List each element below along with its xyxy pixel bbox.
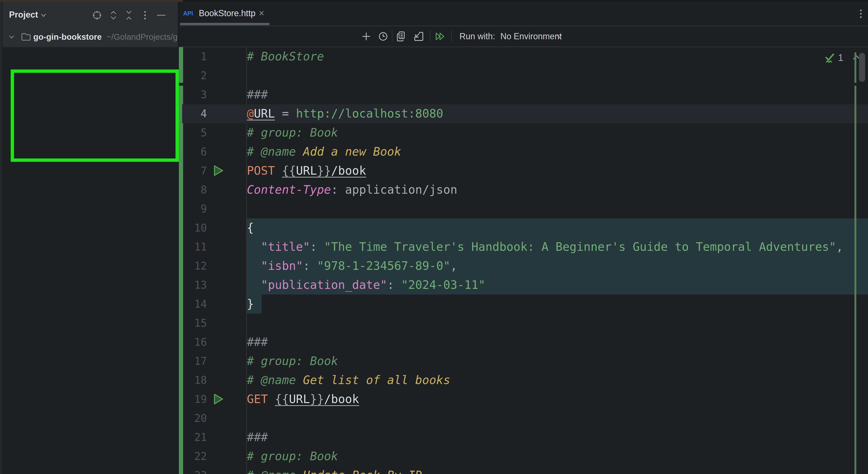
code-text: ### — [247, 333, 268, 352]
inspection-count: 1 — [838, 52, 843, 63]
chevron-down-icon[interactable] — [556, 34, 563, 39]
code-line-1[interactable]: 1# BookStore — [0, 47, 868, 66]
code-text: "publication_date": "2024-03-11" — [247, 275, 485, 295]
code-text: # @name Add a new Book — [247, 142, 401, 161]
code-line-17[interactable]: 17# group: Book — [0, 352, 868, 371]
code-text: "isbn": "978-1-234567-89-0", — [247, 257, 457, 275]
toolbar-separator — [430, 30, 430, 42]
code-line-19[interactable]: 19GET {{URL}}/book — [0, 390, 868, 409]
code-line-7[interactable]: 7POST {{URL}}/book — [0, 161, 868, 180]
code-line-16[interactable]: 16### — [0, 333, 868, 352]
active-tab-underline — [180, 23, 270, 25]
error-stripe-change-mark — [855, 52, 856, 83]
import-icon[interactable] — [413, 31, 424, 42]
project-panel-title[interactable]: Project — [9, 2, 38, 28]
hide-panel-icon[interactable] — [156, 9, 167, 21]
code-line-2[interactable]: 2 — [0, 66, 868, 85]
code-text: # group: Book — [247, 123, 338, 142]
http-file-icon: API — [183, 2, 193, 25]
code-line-11[interactable]: 11 "title": "The Time Traveler's Handboo… — [0, 237, 868, 257]
tab-list-options-icon[interactable] — [860, 8, 862, 20]
code-text: GET {{URL}}/book — [247, 390, 359, 409]
code-line-3[interactable]: 3### — [0, 85, 868, 104]
tab-label: BookStore.http — [199, 2, 255, 25]
window-top-strip — [0, 0, 868, 2]
code-line-20[interactable]: 20 — [0, 409, 868, 428]
error-stripe-change-mark — [855, 86, 856, 474]
code-line-5[interactable]: 5# group: Book — [0, 123, 868, 142]
chevron-down-icon[interactable] — [40, 12, 47, 18]
project-panel-header: Project — [0, 2, 178, 28]
toolbar-separator — [392, 30, 392, 42]
code-text: ### — [247, 85, 268, 104]
environment-selector[interactable]: No Environment — [500, 26, 562, 47]
code-line-21[interactable]: 21### — [0, 428, 868, 447]
expand-all-icon[interactable] — [108, 9, 119, 21]
code-line-10[interactable]: 10{ — [0, 218, 868, 237]
folder-icon — [21, 33, 31, 41]
add-request-icon[interactable] — [361, 31, 371, 42]
code-text: # BookStore — [247, 47, 324, 66]
code-line-12[interactable]: 12 "isbn": "978-1-234567-89-0", — [0, 257, 868, 275]
code-text: # group: Book — [247, 447, 338, 466]
code-text: { — [247, 218, 254, 237]
toolbar-separator — [452, 30, 452, 42]
code-text: "title": "The Time Traveler's Handbook: … — [247, 237, 843, 257]
editor-area[interactable]: 1# BookStore23###4@URL = http://localhos… — [0, 47, 868, 474]
code-line-22[interactable]: 22# group: Book — [0, 447, 868, 466]
inspections-ok-icon — [823, 51, 837, 64]
code-text: POST {{URL}}/book — [247, 161, 366, 180]
vertical-scrollbar[interactable] — [859, 53, 865, 82]
code-line-4[interactable]: 4@URL = http://localhost:8080 — [0, 104, 868, 123]
code-text: ### — [247, 428, 268, 447]
code-text: Content-Type: application/json — [247, 180, 457, 199]
code-line-13[interactable]: 13 "publication_date": "2024-03-11" — [0, 275, 868, 295]
editor-tab-bar: API BookStore.http × — [179, 2, 868, 26]
code-text: # group: Book — [247, 352, 338, 371]
code-line-9[interactable]: 9 — [0, 199, 868, 218]
locate-icon[interactable] — [91, 9, 103, 21]
close-tab-icon[interactable]: × — [259, 2, 264, 24]
tool-window-stripe — [0, 2, 2, 474]
copy-icon[interactable] — [396, 31, 407, 42]
panel-resize-divider[interactable] — [178, 2, 179, 474]
code-text: # @name Get list of all books — [247, 371, 451, 390]
http-client-toolbar: Run with: No Environment What's New in 2… — [179, 26, 868, 47]
code-line-14[interactable]: 14} — [0, 295, 868, 314]
code-text: @URL = http://localhost:8080 — [247, 104, 443, 123]
tree-item-go-gin-bookstore[interactable]: go-gin-bookstore~/GolandProjects/go — [0, 30, 178, 44]
window-top-strip-left — [0, 0, 183, 2]
run-request-icon[interactable] — [213, 165, 224, 177]
run-request-icon[interactable] — [213, 393, 224, 405]
code-line-18[interactable]: 18# @name Get list of all books — [0, 371, 868, 390]
run-with-label: Run with: — [460, 26, 495, 47]
more-options-icon[interactable] — [140, 9, 151, 21]
code-text: # @name Update Book By ID — [247, 466, 422, 474]
code-text: } — [247, 295, 254, 314]
tree-item-label: go-gin-bookstore~/GolandProjects/go — [33, 30, 178, 44]
run-all-icon[interactable] — [434, 31, 446, 42]
code-line-8[interactable]: 8Content-Type: application/json — [0, 180, 868, 199]
goland-window: Project go-gin-bookstore~/GolandProjects… — [0, 0, 868, 474]
chevron-down-icon[interactable] — [8, 34, 15, 39]
project-path: ~/GolandProjects/go — [106, 32, 178, 41]
code-line-15[interactable]: 15 — [0, 314, 868, 333]
code-line-23[interactable]: 23# @name Update Book By ID — [0, 466, 868, 474]
collapse-all-icon[interactable] — [123, 9, 134, 21]
history-icon[interactable] — [378, 31, 389, 42]
code-line-6[interactable]: 6# @name Add a new Book — [0, 142, 868, 161]
